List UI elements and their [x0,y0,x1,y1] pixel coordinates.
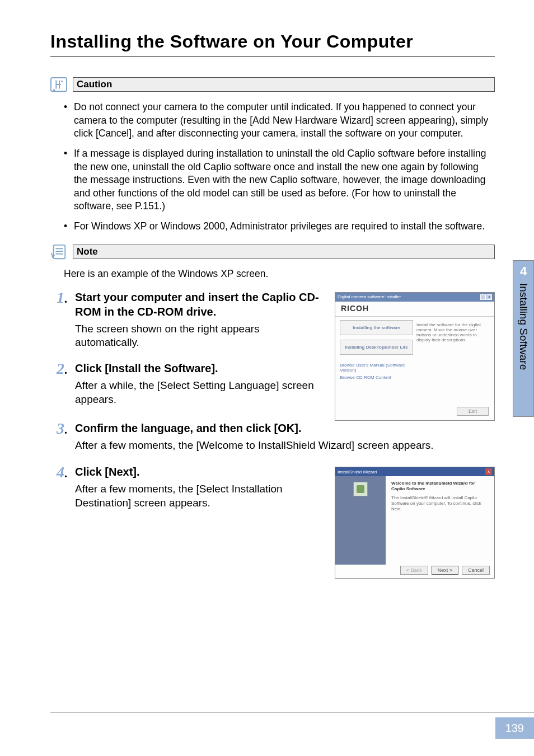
step-number: 3. [50,421,67,459]
step-4: 4. Click [Next]. After a few moments, th… [50,464,325,516]
caution-label: Caution [73,77,495,92]
step-2: 2. Click [Install the Software]. After a… [50,361,325,413]
step-number: 2. [50,361,67,413]
caution-item: If a message is displayed during install… [64,147,495,213]
step-1: 1. Start your computer and insert the Ca… [50,290,325,356]
step-title: Start your computer and insert the Capli… [75,290,325,319]
note-icon [50,243,67,260]
step-desc: After a while, the [Select Setting Langu… [75,379,325,406]
chapter-number: 4 [520,264,527,279]
installer-window-title: Digital camera software installer [338,294,401,299]
step-desc: The screen shown on the right appears au… [75,322,325,350]
close-icon[interactable]: x [485,468,492,475]
wizard-side-panel [335,476,386,565]
minimize-icon[interactable]: _ [480,294,486,300]
installer-titlebar: Digital camera software installer _x [335,293,494,302]
step-desc: After a few moments, the [Select Install… [75,482,325,510]
installer-description-text: Install the software for the digital cam… [416,320,490,382]
step-number: 4. [50,464,67,516]
page-title: Installing the Software on Your Computer [50,31,495,52]
note-text: Here is an example of the Windows XP scr… [50,262,495,280]
installshield-titlebar: InstallShield Wizard x [335,467,494,476]
page-footer: 139 [495,717,534,739]
back-button: < Back [400,566,428,575]
chapter-tab: 4 Installing Software [513,260,534,417]
screenshot-installshield-window: InstallShield Wizard x Welcome to the In… [335,467,495,579]
next-button[interactable]: Next > [432,566,458,575]
close-icon[interactable]: x [486,294,492,300]
svg-point-1 [61,81,63,82]
footer-rule [50,712,534,712]
step-number: 1. [50,290,67,356]
step-title: Click [Install the Software]. [75,361,325,375]
step-desc: After a few moments, the [Welcome to Ins… [75,439,495,453]
note-heading: Note [50,243,495,260]
page-number: 139 [495,717,534,739]
step-3: 3. Confirm the language, and then click … [50,421,495,459]
chapter-title: Installing Software [517,283,530,370]
screenshot-installer-window: Digital camera software installer _x RIC… [335,292,495,421]
install-dx-button[interactable]: Installing DeskTopBinder Lite [340,340,413,355]
wizard-body-text: The InstallShield® Wizard will install C… [391,495,489,513]
caution-icon [50,76,67,93]
step-title: Confirm the language, and then click [OK… [75,421,495,435]
note-label: Note [73,245,495,259]
install-software-button[interactable]: Installing the software [340,320,413,335]
step-title: Click [Next]. [75,464,325,479]
window-buttons[interactable]: _x [480,294,492,300]
cancel-button[interactable]: Cancel [462,566,490,575]
installshield-window-title: InstallShield Wizard [338,469,377,475]
caution-list: Do not connect your camera to the comput… [50,95,495,233]
caution-item: For Windows XP or Windows 2000, Administ… [64,220,495,233]
svg-point-2 [53,89,55,91]
brand-logo: RICOH [335,302,494,315]
wizard-heading: Welcome to the InstallShield Wizard for … [391,481,489,491]
browse-cd-link[interactable]: Browse CD-ROM Content [340,375,413,380]
app-icon [353,482,368,496]
browse-manual-link[interactable]: Browse User's Manual (Software Version) [340,363,413,373]
title-rule [50,57,495,57]
caution-heading: Caution [50,76,495,93]
exit-button[interactable]: Exit [457,407,489,416]
caution-item: Do not connect your camera to the comput… [64,101,495,140]
